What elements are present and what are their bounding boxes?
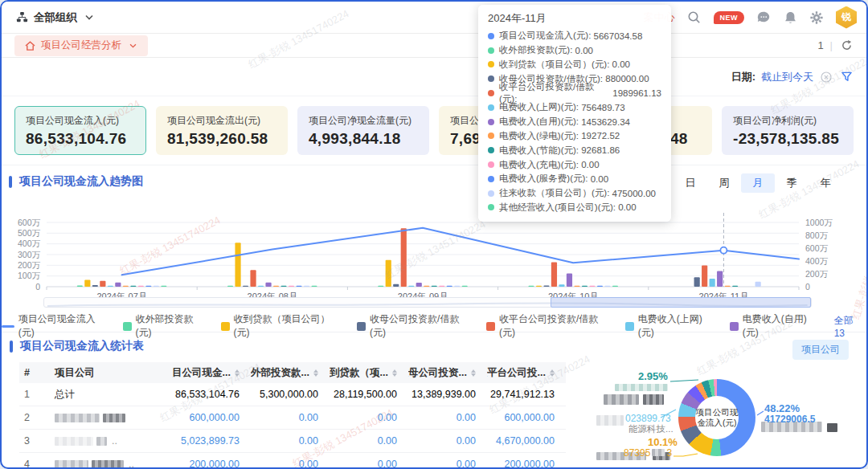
legend-swatch	[123, 322, 132, 331]
kpi-value: -23,578,135.85	[733, 130, 842, 148]
redacted-label	[604, 394, 639, 405]
series-dot	[488, 161, 494, 168]
trend-bar-line-chart[interactable]: 0100万200万300万400万500万600万0200万400万600万80…	[2, 206, 868, 304]
legend-swatch	[2, 325, 14, 328]
divider: |	[830, 39, 833, 51]
notifications-bell-icon[interactable]	[783, 10, 797, 25]
svg-text:600万: 600万	[805, 243, 829, 253]
user-avatar[interactable]: 锐	[836, 6, 857, 29]
org-selector[interactable]: 全部组织	[14, 10, 96, 25]
refresh-icon[interactable]	[839, 39, 854, 53]
tooltip-row: 项目公司现金流入(元)5667034.58	[488, 29, 661, 43]
series-dot	[488, 90, 494, 96]
page-indicator-group: 1 |	[817, 39, 854, 53]
series-dot	[488, 119, 494, 125]
donut-label-right-pct: 48.22%	[764, 402, 800, 414]
chart-tooltip: 2024年-11月 项目公司现金流入(元)5667034.58 收外部投资款(元…	[478, 5, 671, 222]
redacted-company-name	[50, 414, 172, 422]
datazoom-selection[interactable]	[551, 297, 811, 308]
donut-label-bottom-value: 873953	[624, 447, 672, 459]
sort-icon[interactable]	[550, 369, 555, 377]
series-dot	[488, 47, 494, 54]
series-dot	[488, 190, 494, 197]
redacted-label	[596, 415, 624, 426]
col-parent-invest[interactable]: 收母公司投资...	[408, 366, 487, 380]
trend-chart-section: 项目公司现金流入趋势图 日 周 月 季 年 0100万200万300万400万5…	[2, 165, 866, 332]
table-header-row: # 项目公司 项目公司现金... 收外部投资款... 收到贷款（项... 收母公…	[19, 362, 566, 383]
svg-text:200万: 200万	[805, 269, 829, 279]
redacted-company-name: ..	[50, 459, 172, 469]
kpi-card-cash-out[interactable]: 项目公司现金流出(元) 81,539,260.58	[156, 106, 288, 155]
breadcrumb-row: 项目公司经营分析 1 |	[2, 34, 866, 58]
kpi-card-net-cashflow[interactable]: 项目公司净现金流量(元) 4,993,844.18	[297, 106, 429, 155]
tab-week[interactable]: 周	[707, 173, 741, 193]
period-tabs: 日 周 月 季 年	[674, 173, 842, 193]
tooltip-title: 2024年-11月	[488, 11, 661, 26]
col-cash-in[interactable]: 项目公司现金...	[172, 366, 251, 380]
donut-chart-card: 项目公司 项目公司现金流入(元) 2.95% 023899.73 能源科技...	[574, 335, 858, 466]
donut-label-top-pct: 2.95%	[638, 370, 668, 382]
datazoom-slider[interactable]	[43, 297, 812, 308]
svg-text:1000万: 1000万	[805, 218, 833, 227]
sort-icon[interactable]	[235, 369, 240, 377]
filter-funnel-icon[interactable]	[839, 70, 854, 84]
col-loans[interactable]: 收到贷款（项...	[330, 366, 408, 380]
donut-label-left-value: 023899.73	[625, 413, 671, 424]
table-row[interactable]: 2 600,000.00 0.00 0.00 0.00 600,000.00	[19, 406, 566, 430]
search-icon[interactable]	[687, 10, 702, 25]
series-dot	[488, 61, 494, 67]
legend-swatch	[730, 322, 739, 331]
date-filter-value[interactable]: 截止到今天	[761, 70, 813, 84]
org-label: 全部组织	[34, 10, 77, 25]
clear-filter-icon[interactable]	[819, 70, 833, 84]
title-accent-bar	[9, 176, 12, 188]
svg-text:500万: 500万	[18, 228, 41, 238]
series-dot	[488, 147, 494, 153]
trend-chart-title: 项目公司现金流入趋势图	[9, 174, 143, 189]
date-filter-label: 日期:	[731, 70, 755, 84]
svg-text:300万: 300万	[18, 250, 41, 259]
table-row[interactable]: 4 .. 200,000.00 0.00 0.00 0.00 200,000.0…	[19, 453, 566, 469]
table-title: 项目公司现金流入统计表	[10, 339, 144, 353]
col-ext-invest[interactable]: 收外部投资款...	[251, 366, 330, 380]
kpi-card-cash-in[interactable]: 项目公司现金流入(元) 86,533,104.76	[14, 106, 146, 155]
table-row-total[interactable]: 1 总计 86,533,104.76 5,300,000.00 28,119,5…	[19, 383, 566, 406]
cash-in-table: # 项目公司 项目公司现金... 收外部投资款... 收到贷款（项... 收母公…	[19, 362, 566, 469]
kpi-value: 81,539,260.58	[167, 130, 276, 148]
series-dot	[488, 75, 494, 82]
tab-month[interactable]: 月	[741, 173, 775, 193]
chevron-down-icon	[82, 10, 96, 25]
table-row[interactable]: 3 .. 5,023,899.73 0.00 0.00 0.00 4,670,0…	[19, 430, 566, 453]
settings-gear-icon[interactable]	[809, 10, 824, 25]
sort-icon[interactable]	[471, 369, 476, 377]
messages-icon[interactable]	[756, 10, 771, 25]
topbar: 全部组织 案中心 NEW 锐	[2, 2, 866, 34]
col-company: 项目公司	[50, 366, 172, 380]
sort-icon[interactable]	[392, 369, 397, 377]
new-badge[interactable]: NEW	[714, 11, 745, 24]
tab-day[interactable]: 日	[674, 173, 707, 193]
dashboard-page: 红果-彭锐 13451740224红果-彭锐 13451740224红果-彭锐 …	[0, 0, 868, 469]
sort-icon[interactable]	[313, 369, 318, 377]
kpi-card-row: 项目公司现金流入(元) 86,533,104.76 项目公司现金流出(元) 81…	[2, 96, 866, 165]
tab-year[interactable]: 年	[809, 173, 842, 193]
kpi-card-net-profit[interactable]: 项目公司净利润(元) -23,578,135.85	[722, 106, 854, 155]
svg-text:0: 0	[35, 282, 40, 292]
kpi-label: 项目公司净现金流量(元)	[309, 114, 418, 126]
kpi-label: 项目公司净利润(元)	[733, 114, 842, 126]
tab-quarter[interactable]: 季	[775, 173, 809, 193]
breadcrumb-tab[interactable]: 项目公司经营分析	[14, 35, 148, 56]
tooltip-row: 收外部投资款(元)0.00	[488, 43, 661, 58]
dimension-pill[interactable]: 项目公司	[792, 340, 849, 360]
tooltip-row: 电费收入(服务费)(元)0.00	[488, 172, 661, 186]
col-platform-invest[interactable]: 收平台公司投...	[487, 366, 566, 380]
donut-center-label: 项目公司现金流入(元)	[695, 396, 739, 439]
svg-text:0: 0	[805, 282, 810, 292]
cash-in-table-card: 项目公司现金流入统计表 # 项目公司 项目公司现金... 收外部投资款... 收…	[10, 335, 566, 467]
chevron-down-icon	[125, 39, 140, 53]
bottom-section: 项目公司现金流入统计表 # 项目公司 项目公司现金... 收外部投资款... 收…	[2, 332, 866, 467]
redacted-label	[643, 394, 664, 405]
series-dot	[488, 133, 494, 139]
kpi-label: 项目公司现金流入(元)	[26, 114, 135, 126]
tooltip-row: 往来收款（项目公司）(元)475000.00	[488, 186, 661, 201]
